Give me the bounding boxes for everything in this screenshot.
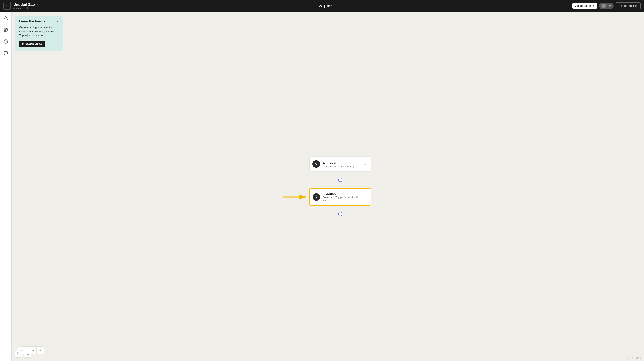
zoom-level-display: 70% <box>26 347 36 354</box>
learn-panel-title: Learn the basics <box>19 20 45 23</box>
visual-editor-label: Visual Editor <box>575 4 591 8</box>
toggle-area[interactable]: Off <box>599 3 614 9</box>
add-step-button-bottom[interactable]: + <box>338 212 342 216</box>
trigger-icon-circle <box>312 160 320 168</box>
action-info: 2. Action An event a Zap performs after … <box>322 192 361 202</box>
play-icon: ▶ <box>22 42 24 45</box>
header-center: — zapier <box>312 2 332 9</box>
action-description: An event a Zap performs after it starts <box>322 196 361 202</box>
zoom-in-button[interactable]: + <box>36 347 44 354</box>
learn-panel: Learn the basics × Get everything you ne… <box>15 16 63 51</box>
trigger-description: An event that starts your Zap <box>322 164 361 168</box>
action-title: 2. Action <box>322 192 361 196</box>
canvas: Learn the basics × Get everything you ne… <box>12 12 644 361</box>
logo-dash: — <box>312 2 318 9</box>
main-layout: Learn the basics × Get everything you ne… <box>0 12 644 361</box>
sidebar <box>0 12 12 361</box>
header-right: Visual Editor ▼ Off Fix to Publish <box>572 2 641 9</box>
learn-panel-header: Learn the basics × <box>19 20 58 23</box>
zap-title-area: Untitled Zap ✎ new Zap created <box>13 2 39 9</box>
action-card[interactable]: 2. Action An event a Zap performs after … <box>309 188 372 206</box>
learn-panel-close-button[interactable]: × <box>56 20 58 23</box>
connector-bottom: + <box>338 206 342 216</box>
flow-area: 1. Trigger An event that starts your Zap… <box>309 156 372 216</box>
help-icon <box>4 39 8 45</box>
watch-video-label: Watch video <box>26 42 42 46</box>
svg-point-2 <box>5 29 6 30</box>
zoom-bar: − 70% + <box>18 346 44 354</box>
zapier-logo: — zapier <box>312 2 332 9</box>
zap-title: Untitled Zap ✎ <box>13 2 39 7</box>
zap-title-text: Untitled Zap <box>13 2 35 7</box>
toggle-circle <box>602 4 606 8</box>
sidebar-item-warning[interactable] <box>2 15 10 22</box>
action-menu-button[interactable]: ··· <box>364 195 368 199</box>
connector-line-mid <box>340 182 340 188</box>
sidebar-item-chat[interactable] <box>2 50 10 57</box>
connector-top: + <box>338 172 342 188</box>
sidebar-item-help[interactable] <box>2 38 10 46</box>
connector-line-top <box>340 172 340 178</box>
settings-icon <box>4 28 8 33</box>
trigger-info: 1. Trigger An event that starts your Zap <box>322 160 361 168</box>
warning-icon <box>4 16 8 22</box>
header: ← Untitled Zap ✎ new Zap created — zapie… <box>0 0 644 12</box>
chevron-icon: ▼ <box>592 5 594 7</box>
watch-video-button[interactable]: ▶ Watch video <box>19 40 45 47</box>
visual-editor-button[interactable]: Visual Editor ▼ <box>572 3 597 9</box>
version-text: ver. 063cc895 <box>628 357 641 359</box>
zap-subtitle: new Zap created <box>13 7 39 9</box>
back-arrow-icon: ← <box>6 4 9 8</box>
zoom-controls: − 70% + <box>15 350 31 358</box>
action-arrow-icon <box>282 194 308 200</box>
learn-panel-text: Get everything you need to know about bu… <box>19 25 58 38</box>
trigger-menu-button[interactable]: ··· <box>364 162 368 166</box>
back-button[interactable]: ← <box>3 2 11 10</box>
zoom-out-button[interactable]: − <box>18 347 26 354</box>
fix-to-publish-button[interactable]: Fix to Publish <box>616 2 641 9</box>
logo-text: zapier <box>319 3 332 8</box>
edit-icon[interactable]: ✎ <box>36 3 39 6</box>
connector-line-bottom <box>340 206 340 212</box>
action-lightning-icon <box>314 195 318 199</box>
trigger-card[interactable]: 1. Trigger An event that starts your Zap… <box>309 156 372 172</box>
action-arrow-container <box>282 194 308 200</box>
sidebar-item-settings[interactable] <box>2 26 10 34</box>
trigger-title: 1. Trigger <box>322 160 361 164</box>
chat-icon <box>4 51 8 56</box>
lightning-icon <box>314 162 318 166</box>
toggle-label: Off <box>608 4 611 8</box>
action-icon-circle <box>313 193 320 201</box>
header-left: ← Untitled Zap ✎ new Zap created <box>3 2 39 10</box>
add-step-button-top[interactable]: + <box>338 178 342 182</box>
